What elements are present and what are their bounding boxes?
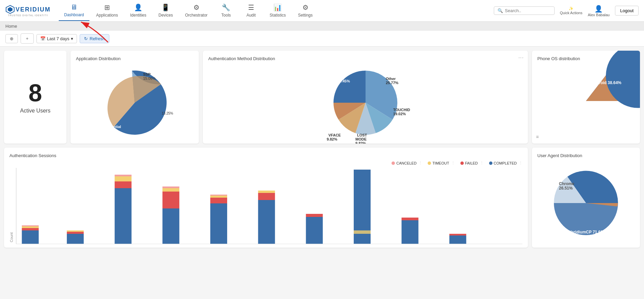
nav-identities[interactable]: 👤 Identities: [125, 1, 152, 21]
timeout-dots-icon[interactable]: ⋮: [451, 161, 455, 165]
header: VERIDIUM TRUSTED DIGITAL IDENTITY 🖥 Dash…: [0, 0, 644, 22]
canceled-dots-icon[interactable]: ⋮: [419, 161, 422, 165]
nav-devices[interactable]: 📱 Devices: [153, 1, 178, 21]
svg-text:VFACE: VFACE: [328, 133, 341, 137]
svg-text:26.51%: 26.51%: [559, 186, 573, 191]
failed-dots-icon[interactable]: ⋮: [480, 161, 484, 165]
svg-rect-39: [210, 196, 227, 198]
svg-rect-23: [22, 228, 39, 230]
svg-rect-25: [22, 225, 39, 226]
nav-dashboard-label: Dashboard: [64, 13, 84, 17]
user-agent-card: User Agent Distribution VeridiumCP 71.69…: [532, 148, 640, 248]
add-button[interactable]: ＋: [21, 33, 34, 44]
legend-completed: COMPLETED ⋮: [489, 161, 522, 165]
breadcrumb-home: Home: [5, 24, 17, 29]
svg-rect-38: [210, 198, 227, 203]
nav-orchestrator[interactable]: ⚙ Orchestrator: [180, 1, 213, 21]
legend-failed: FAILED ⋮: [460, 161, 484, 165]
nav-applications-label: Applications: [96, 13, 118, 18]
auth-options-button[interactable]: ···: [518, 55, 524, 61]
svg-rect-35: [162, 188, 179, 192]
circle-plus-icon: ⊕: [10, 36, 14, 41]
svg-rect-33: [162, 208, 179, 244]
settings-icon: ⚙: [302, 3, 308, 11]
svg-rect-31: [115, 176, 132, 181]
nav-audit[interactable]: ☰ Audit: [239, 1, 263, 21]
svg-text:SSP: SSP: [143, 72, 151, 76]
applications-icon: ⊞: [104, 3, 110, 11]
auth-distribution-card: Authentication Method Distribution ···: [203, 51, 528, 144]
logo-tagline: TRUSTED DIGITAL IDENTITY: [8, 14, 48, 17]
toolbar: ⊕ ＋ 📅 Last 7 days ▾ ↻ Refresh: [0, 31, 644, 47]
phone-os-chart: iOS 61.36% Android 38.64%: [537, 64, 635, 138]
svg-rect-47: [354, 230, 371, 234]
svg-text:PIN 29.45%: PIN 29.45%: [330, 79, 350, 83]
svg-text:6.13%: 6.13%: [312, 120, 322, 124]
svg-marker-1: [8, 7, 12, 12]
nav-settings-label: Settings: [298, 13, 313, 18]
svg-rect-30: [115, 181, 132, 188]
search-input[interactable]: [505, 8, 551, 13]
svg-text:FIDO: FIDO: [313, 116, 322, 120]
svg-text:MODE: MODE: [355, 137, 367, 141]
nav-tools[interactable]: 🔧 Tools: [214, 1, 238, 21]
date-range-label: Last 7 days: [47, 36, 70, 41]
sessions-title: Authentication Sessions: [9, 153, 522, 158]
refresh-icon: ↻: [84, 36, 88, 41]
svg-rect-51: [449, 235, 466, 244]
svg-text:25.77%: 25.77%: [386, 81, 399, 85]
svg-rect-27: [67, 232, 84, 234]
svg-rect-32: [115, 175, 132, 176]
user-name: Alex Babalau: [588, 13, 610, 17]
sessions-chart-area: Count: [9, 168, 522, 242]
top-row: 8 Active Users Application Distribution …: [0, 47, 644, 148]
logout-button[interactable]: Logout: [615, 6, 639, 16]
svg-rect-28: [67, 230, 84, 232]
phone-os-card: Phone OS distribution iOS 61.36% Android…: [532, 51, 640, 144]
bottom-row: Authentication Sessions CANCELED ⋮ TIMEO…: [0, 148, 644, 252]
svg-rect-34: [162, 192, 179, 208]
user-menu[interactable]: 👤 Alex Babalau: [588, 5, 610, 17]
tools-icon: 🔧: [222, 3, 230, 11]
svg-text:19.02%: 19.02%: [393, 112, 406, 116]
audit-icon: ☰: [248, 3, 254, 11]
svg-text:TOUCHID: TOUCHID: [393, 108, 410, 112]
svg-rect-26: [67, 234, 84, 244]
sessions-card: Authentication Sessions CANCELED ⋮ TIMEO…: [4, 148, 528, 248]
nav-dashboard[interactable]: 🖥 Dashboard: [59, 1, 89, 21]
search-box[interactable]: 🔍: [494, 6, 555, 15]
quick-actions-icon: ✨: [569, 6, 573, 11]
statistics-icon: 📊: [273, 3, 282, 11]
logo-brand: VERIDIUM: [16, 6, 51, 13]
list-icon[interactable]: ≡: [536, 134, 539, 140]
add-widget-button[interactable]: ⊕: [5, 34, 18, 43]
calendar-icon: 📅: [40, 36, 46, 41]
completed-dots-icon[interactable]: ⋮: [519, 161, 522, 165]
svg-text:Other: Other: [386, 77, 396, 81]
active-users-card: 8 Active Users: [4, 51, 66, 144]
failed-dot: [460, 161, 464, 165]
nav-statistics[interactable]: 📊 Statistics: [264, 1, 291, 21]
veridium-logo-icon: [5, 5, 15, 14]
orchestrator-icon: ⚙: [193, 3, 199, 11]
nav-applications[interactable]: ⊞ Applications: [91, 1, 124, 21]
breadcrumb: Home: [0, 22, 644, 31]
identities-icon: 👤: [134, 3, 142, 11]
svg-rect-22: [22, 230, 39, 244]
refresh-button[interactable]: ↻ Refresh: [80, 34, 110, 43]
svg-rect-44: [306, 217, 323, 244]
timeout-label: TIMEOUT: [432, 161, 449, 165]
svg-text:VeridiumCP 71.69%: VeridiumCP 71.69%: [569, 230, 607, 234]
canceled-dot: [392, 161, 395, 165]
quick-actions[interactable]: ✨ Quick Actions: [560, 6, 583, 15]
svg-rect-29: [115, 188, 132, 244]
svg-rect-42: [258, 193, 275, 200]
date-range-picker[interactable]: 📅 Last 7 days ▾: [36, 34, 77, 43]
plus-icon: ＋: [25, 35, 29, 42]
nav-settings[interactable]: ⚙ Settings: [293, 1, 318, 21]
svg-text:Veridium Credential: Veridium Credential: [86, 125, 121, 129]
refresh-label: Refresh: [90, 36, 105, 41]
nav-statistics-label: Statistics: [270, 13, 286, 18]
header-right: 🔍 ✨ Quick Actions 👤 Alex Babalau Logout: [494, 5, 639, 17]
auth-distribution-title: Authentication Method Distribution: [208, 56, 522, 61]
